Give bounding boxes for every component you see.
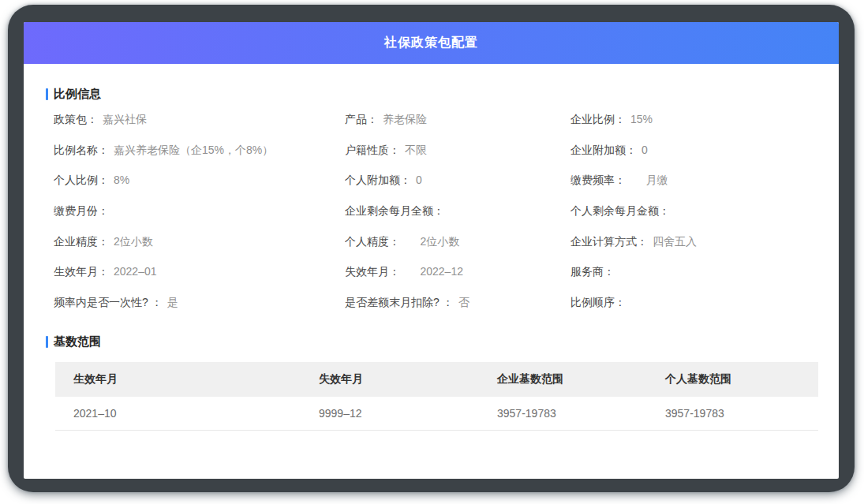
field-value: 2位小数 bbox=[114, 235, 153, 248]
field-value: 15% bbox=[630, 113, 653, 125]
field-payment-month: 缴费月份： bbox=[54, 204, 345, 235]
field-label: 产品： bbox=[345, 113, 378, 125]
field-label: 频率内是否一次性? ： bbox=[54, 296, 163, 308]
field-label: 是否差额末月扣除? ： bbox=[345, 296, 454, 308]
field-value: 嘉兴养老保险（企15%，个8%） bbox=[114, 144, 273, 156]
field-label: 缴费频率： bbox=[570, 174, 626, 186]
field-value: 不限 bbox=[405, 144, 427, 156]
field-value: 四舍五入 bbox=[653, 235, 697, 248]
field-value: 月缴 bbox=[630, 174, 668, 186]
field-label: 企业计算方式： bbox=[570, 235, 648, 248]
base-range-section-title: 基数范围 bbox=[54, 334, 101, 349]
table-row: 2021–10 9999–12 3957-19783 3957-19783 bbox=[55, 397, 818, 431]
table-cell-company-base-range: 3957-19783 bbox=[479, 397, 647, 431]
table-header-cell-company-base-range: 企业基数范围 bbox=[479, 362, 647, 397]
field-payment-frequency: 缴费频率： 月缴 bbox=[570, 174, 818, 204]
field-product: 产品：养老保险 bbox=[345, 113, 570, 144]
field-once-per-frequency: 频率内是否一次性? ：是 bbox=[54, 296, 345, 327]
field-value: 0 bbox=[416, 174, 422, 186]
field-value: 2位小数 bbox=[405, 235, 459, 248]
field-value: 0 bbox=[641, 144, 648, 156]
section-accent-bar bbox=[46, 336, 48, 348]
field-company-extra-amount: 企业附加额：0 bbox=[570, 144, 818, 174]
field-label: 企业剩余每月全额： bbox=[345, 204, 444, 217]
section-accent-bar bbox=[46, 88, 48, 100]
field-label: 企业精度： bbox=[54, 235, 109, 248]
table-cell-personal-base-range: 3957-19783 bbox=[647, 397, 818, 431]
field-household-type: 户籍性质：不限 bbox=[345, 144, 570, 174]
field-label: 失效年月： bbox=[345, 265, 400, 278]
field-personal-precision: 个人精度： 2位小数 bbox=[345, 235, 570, 266]
table-header-cell-effective-month: 生效年月 bbox=[55, 362, 301, 397]
field-deduct-diff-last-month: 是否差额末月扣除? ：否 bbox=[345, 296, 570, 327]
field-value: 否 bbox=[458, 296, 469, 308]
field-policy-package: 政策包：嘉兴社保 bbox=[54, 113, 345, 144]
field-personal-monthly-remainder: 个人剩余每月金额： bbox=[570, 204, 818, 235]
dialog-title: 社保政策包配置 bbox=[384, 35, 478, 51]
table-cell-effective-month: 2021–10 bbox=[55, 397, 301, 431]
field-label: 服务商： bbox=[570, 265, 615, 278]
table-header-cell-expiry-month: 失效年月 bbox=[301, 362, 479, 397]
field-company-precision: 企业精度：2位小数 bbox=[54, 235, 345, 266]
field-personal-extra-amount: 个人附加额：0 bbox=[345, 174, 570, 204]
field-label: 政策包： bbox=[54, 113, 98, 125]
field-value: 8% bbox=[114, 174, 129, 186]
base-range-section-header: 基数范围 bbox=[46, 334, 818, 349]
field-label: 企业比例： bbox=[570, 113, 626, 125]
dialog-header: 社保政策包配置 bbox=[24, 22, 839, 64]
field-value: 2022–01 bbox=[114, 265, 157, 278]
field-ratio-order: 比例顺序： bbox=[570, 296, 818, 327]
field-label: 比例顺序： bbox=[570, 296, 626, 308]
field-value: 2022–12 bbox=[405, 265, 463, 278]
field-label: 户籍性质： bbox=[345, 144, 400, 156]
ratio-info-section-title: 比例信息 bbox=[54, 87, 101, 102]
window-frame: 社保政策包配置 比例信息 政策包：嘉兴社保 产品：养老保险 企业比例：15% 比… bbox=[8, 5, 855, 492]
field-label: 比例名称： bbox=[54, 144, 109, 156]
field-label: 个人附加额： bbox=[345, 174, 411, 186]
field-label: 缴费月份： bbox=[54, 204, 109, 217]
ratio-info-fields: 政策包：嘉兴社保 产品：养老保险 企业比例：15% 比例名称：嘉兴养老保险（企1… bbox=[46, 113, 818, 327]
field-value: 是 bbox=[167, 296, 178, 308]
field-label: 个人精度： bbox=[345, 235, 400, 248]
ratio-info-section-header: 比例信息 bbox=[46, 87, 818, 102]
table-cell-expiry-month: 9999–12 bbox=[301, 397, 479, 431]
field-personal-ratio: 个人比例：8% bbox=[54, 174, 345, 204]
field-company-ratio: 企业比例：15% bbox=[570, 113, 818, 144]
field-company-monthly-remainder: 企业剩余每月全额： bbox=[345, 204, 570, 235]
field-label: 个人剩余每月金额： bbox=[570, 204, 670, 217]
table-header-cell-personal-base-range: 个人基数范围 bbox=[647, 362, 818, 397]
field-value: 养老保险 bbox=[383, 113, 427, 125]
field-service-provider: 服务商： bbox=[570, 265, 818, 296]
field-label: 生效年月： bbox=[54, 265, 109, 278]
field-label: 个人比例： bbox=[54, 174, 109, 186]
dialog-body: 比例信息 政策包：嘉兴社保 产品：养老保险 企业比例：15% 比例名称：嘉兴养老… bbox=[24, 64, 839, 431]
field-company-calc-method: 企业计算方式：四舍五入 bbox=[570, 235, 818, 266]
field-ratio-name: 比例名称：嘉兴养老保险（企15%，个8%） bbox=[54, 144, 345, 174]
field-value: 嘉兴社保 bbox=[103, 113, 147, 125]
table-header-row: 生效年月 失效年月 企业基数范围 个人基数范围 bbox=[55, 362, 818, 397]
base-range-table: 生效年月 失效年月 企业基数范围 个人基数范围 2021–10 9999–12 … bbox=[55, 362, 818, 431]
field-effective-month: 生效年月：2022–01 bbox=[54, 265, 345, 296]
field-expiry-month: 失效年月： 2022–12 bbox=[345, 265, 570, 296]
policy-config-dialog: 社保政策包配置 比例信息 政策包：嘉兴社保 产品：养老保险 企业比例：15% 比… bbox=[24, 22, 839, 479]
field-label: 企业附加额： bbox=[570, 144, 637, 156]
